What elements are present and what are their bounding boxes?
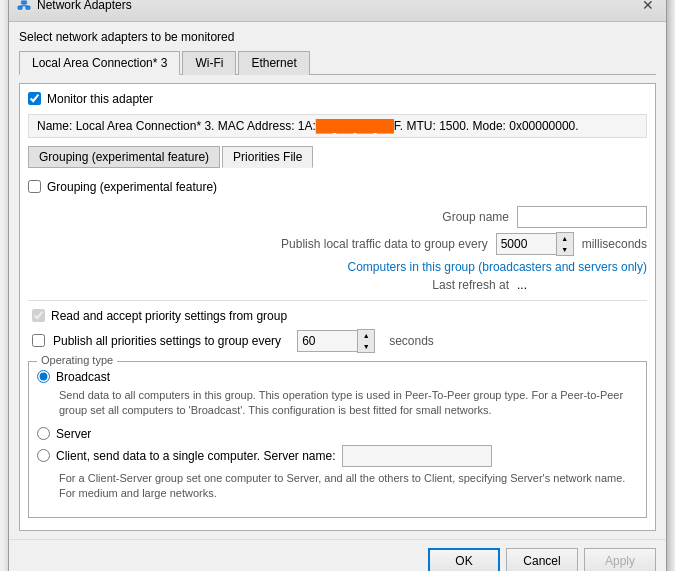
publish-value-input[interactable]: 5000	[496, 233, 556, 255]
network-adapters-window: Network Adapters ✕ Select network adapte…	[8, 0, 667, 571]
operating-type-group: Operating type Broadcast Send data to al…	[28, 361, 647, 519]
client-radio[interactable]	[37, 449, 50, 462]
sub-tab-priorities[interactable]: Priorities File	[222, 146, 313, 168]
grouping-section: Grouping (experimental feature) Group na…	[28, 176, 647, 523]
grouping-label: Grouping (experimental feature)	[47, 180, 217, 194]
read-checkbox-row: Read and accept priority settings from g…	[28, 309, 647, 323]
group-name-row: Group name	[28, 206, 647, 228]
tab-local-area[interactable]: Local Area Connection* 3	[19, 51, 180, 75]
server-radio-row: Server	[37, 427, 638, 441]
info-suffix: F. MTU: 1500. Mode: 0x00000000.	[394, 119, 579, 133]
tab-ethernet[interactable]: Ethernet	[238, 51, 309, 75]
svg-rect-2	[21, 0, 26, 4]
monitor-row: Monitor this adapter	[28, 92, 647, 106]
last-refresh-row: Last refresh at ...	[28, 278, 647, 292]
publish-priorities-row: Publish all priorities settings to group…	[28, 329, 647, 353]
tabs-row: Local Area Connection* 3 Wi-Fi Ethernet	[19, 50, 656, 75]
publish-decrement[interactable]: ▼	[557, 244, 573, 255]
cancel-button[interactable]: Cancel	[506, 548, 578, 571]
broadcast-radio-row: Broadcast	[37, 370, 638, 384]
priority-value-input[interactable]: 60	[297, 330, 357, 352]
close-button[interactable]: ✕	[638, 0, 658, 15]
grouping-check-row: Grouping (experimental feature)	[28, 180, 647, 194]
operating-type-title: Operating type	[37, 354, 117, 366]
client-desc: For a Client-Server group set one comput…	[37, 471, 638, 502]
group-name-label: Group name	[309, 210, 509, 224]
seconds-label: seconds	[389, 334, 434, 348]
priority-decrement[interactable]: ▼	[358, 341, 374, 352]
publish-row: Publish local traffic data to group ever…	[28, 232, 647, 256]
svg-rect-1	[26, 6, 30, 10]
publish-priorities-checkbox[interactable]	[32, 334, 45, 347]
publish-spinner-btns: ▲ ▼	[556, 232, 574, 256]
read-label: Read and accept priority settings from g…	[51, 309, 287, 323]
divider	[28, 300, 647, 301]
computers-row: Computers in this group (broadcasters an…	[28, 260, 647, 274]
info-bar: Name: Local Area Connection* 3. MAC Addr…	[28, 114, 647, 138]
network-icon	[17, 0, 31, 12]
info-redacted: ██:██:██:██	[316, 119, 394, 133]
client-radio-row: Client, send data to a single computer. …	[37, 445, 638, 467]
publish-spinner: 5000 ▲ ▼	[496, 232, 574, 256]
sub-tabs-row: Grouping (experimental feature) Prioriti…	[28, 146, 647, 168]
ok-button[interactable]: OK	[428, 548, 500, 571]
publish-priorities-label: Publish all priorities settings to group…	[53, 334, 281, 348]
client-label: Client, send data to a single computer. …	[56, 449, 336, 463]
content-area: Select network adapters to be monitored …	[9, 22, 666, 540]
milliseconds-label: milliseconds	[582, 237, 647, 251]
server-name-input[interactable]	[342, 445, 492, 467]
title-text: Network Adapters	[37, 0, 132, 12]
server-radio[interactable]	[37, 427, 50, 440]
last-refresh-label: Last refresh at	[309, 278, 509, 292]
sub-tab-grouping[interactable]: Grouping (experimental feature)	[28, 146, 220, 168]
computers-label: Computers in this group (broadcasters an…	[348, 260, 647, 274]
server-label: Server	[56, 427, 91, 441]
button-bar: OK Cancel Apply	[9, 539, 666, 571]
title-bar: Network Adapters ✕	[9, 0, 666, 22]
grouping-checkbox[interactable]	[28, 180, 41, 193]
publish-label: Publish local traffic data to group ever…	[281, 237, 488, 251]
priority-increment[interactable]: ▲	[358, 330, 374, 341]
group-name-input[interactable]	[517, 206, 647, 228]
monitor-checkbox[interactable]	[28, 92, 41, 105]
last-refresh-value: ...	[517, 278, 647, 292]
publish-increment[interactable]: ▲	[557, 233, 573, 244]
broadcast-radio[interactable]	[37, 370, 50, 383]
apply-button[interactable]: Apply	[584, 548, 656, 571]
tab-wifi[interactable]: Wi-Fi	[182, 51, 236, 75]
priority-spinner: 60 ▲ ▼	[297, 329, 375, 353]
svg-rect-0	[18, 6, 22, 10]
title-bar-left: Network Adapters	[17, 0, 132, 12]
priority-spinner-btns: ▲ ▼	[357, 329, 375, 353]
read-checkbox[interactable]	[32, 309, 45, 322]
main-panel: Monitor this adapter Name: Local Area Co…	[19, 83, 656, 532]
broadcast-desc: Send data to all computers in this group…	[37, 388, 638, 419]
info-prefix: Name: Local Area Connection* 3. MAC Addr…	[37, 119, 316, 133]
broadcast-label: Broadcast	[56, 370, 110, 384]
monitor-label: Monitor this adapter	[47, 92, 153, 106]
subtitle-text: Select network adapters to be monitored	[19, 30, 656, 44]
